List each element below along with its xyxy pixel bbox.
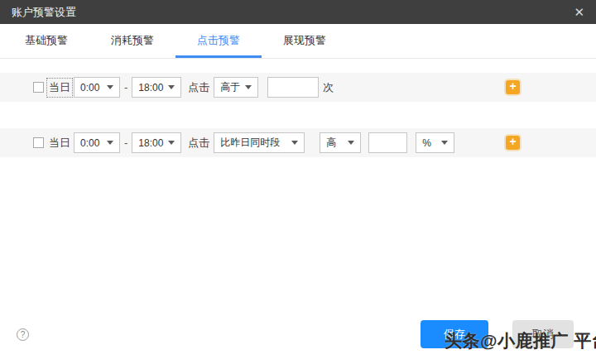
save-button[interactable]: 保存 — [421, 320, 488, 348]
chevron-down-icon — [245, 85, 252, 89]
rule1-day-label[interactable]: 当日 — [49, 80, 70, 95]
rule1-threshold-input[interactable] — [267, 77, 319, 98]
rule2-compare-value: 比昨日同时段 — [220, 136, 280, 150]
rule2-direction-select[interactable]: 高 — [320, 132, 361, 153]
rule2-metric-label: 点击 — [188, 136, 209, 151]
click-alert-rule-row-1: 当日 0:00 - 18:00 点击 高于 次 + — [0, 73, 596, 102]
rule2-day-label: 当日 — [49, 136, 70, 151]
rule2-threshold-input[interactable] — [368, 132, 407, 153]
tab-bar: 基础预警 消耗预警 点击预警 展现预警 — [0, 24, 596, 59]
dialog-titlebar: 账户预警设置 ✕ — [0, 0, 596, 24]
rule2-start-time-select[interactable]: 0:00 — [74, 132, 120, 153]
rule2-compare-select[interactable]: 比昨日同时段 — [214, 132, 305, 153]
chevron-down-icon — [348, 141, 354, 145]
cancel-button[interactable]: 取消 — [512, 320, 574, 348]
rule1-end-time-value: 18:00 — [138, 82, 163, 93]
rule2-end-time-value: 18:00 — [138, 137, 163, 149]
rule2-unit-value: % — [422, 137, 431, 149]
chevron-down-icon — [441, 141, 448, 145]
tab-display-alert[interactable]: 展现预警 — [262, 24, 348, 58]
rule2-checkbox[interactable] — [33, 137, 44, 148]
rule1-condition-select[interactable]: 高于 — [214, 77, 258, 98]
rule1-metric-label: 点击 — [188, 80, 209, 95]
time-range-dash: - — [124, 81, 127, 93]
rule2-add-button[interactable]: + — [506, 136, 520, 150]
rule1-start-time-value: 0:00 — [80, 82, 99, 93]
chevron-down-icon — [291, 141, 298, 145]
tab-basic-alert[interactable]: 基础预警 — [3, 24, 89, 58]
chevron-down-icon — [107, 85, 113, 89]
help-icon[interactable]: ? — [17, 328, 29, 341]
rule1-unit-label: 次 — [323, 80, 334, 95]
rule2-start-time-value: 0:00 — [80, 137, 99, 149]
close-icon[interactable]: ✕ — [570, 4, 588, 20]
rule2-unit-select[interactable]: % — [416, 132, 454, 153]
click-alert-rule-row-2: 当日 0:00 - 18:00 点击 比昨日同时段 高 % + — [0, 128, 596, 157]
time-range-dash: - — [124, 136, 127, 149]
chevron-down-icon — [107, 141, 113, 145]
rule1-checkbox[interactable] — [33, 82, 44, 93]
rule1-condition-value: 高于 — [220, 80, 240, 94]
rule1-add-button[interactable]: + — [506, 80, 520, 94]
dialog-title: 账户预警设置 — [12, 5, 76, 20]
tab-click-alert[interactable]: 点击预警 — [175, 24, 262, 58]
rule1-start-time-select[interactable]: 0:00 — [74, 77, 120, 98]
rule2-end-time-select[interactable]: 18:00 — [132, 132, 181, 153]
chevron-down-icon — [168, 141, 175, 145]
rule2-direction-value: 高 — [326, 136, 336, 150]
chevron-down-icon — [168, 85, 175, 89]
tab-consumption-alert[interactable]: 消耗预警 — [89, 24, 175, 58]
rule1-end-time-select[interactable]: 18:00 — [132, 77, 181, 98]
